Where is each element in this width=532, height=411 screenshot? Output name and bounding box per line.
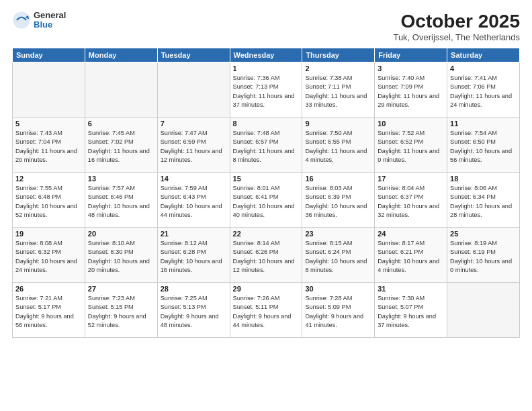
table-row: 8Sunrise: 7:48 AMSunset: 6:57 PMDaylight… [230, 118, 302, 173]
calendar-week-2: 5Sunrise: 7:43 AMSunset: 7:04 PMDaylight… [13, 118, 520, 173]
day-info: Sunrise: 7:43 AMSunset: 7:04 PMDaylight:… [15, 129, 82, 165]
day-number: 7 [161, 120, 227, 128]
day-info: Sunrise: 7:50 AMSunset: 6:55 PMDaylight:… [305, 129, 371, 165]
day-info: Sunrise: 8:12 AMSunset: 6:28 PMDaylight:… [161, 239, 227, 275]
calendar-week-4: 19Sunrise: 8:08 AMSunset: 6:32 PMDayligh… [13, 228, 520, 283]
day-info: Sunrise: 7:54 AMSunset: 6:50 PMDaylight:… [450, 129, 517, 165]
day-info: Sunrise: 8:14 AMSunset: 6:26 PMDaylight:… [233, 239, 300, 275]
table-row: 5Sunrise: 7:43 AMSunset: 7:04 PMDaylight… [13, 118, 85, 173]
col-sunday: Sunday [13, 48, 85, 62]
logo: General Blue [12, 11, 66, 30]
day-number: 13 [88, 175, 154, 183]
day-info: Sunrise: 8:01 AMSunset: 6:41 PMDaylight:… [233, 184, 300, 220]
table-row: 17Sunrise: 8:04 AMSunset: 6:37 PMDayligh… [375, 173, 447, 228]
month-title: October 2025 [393, 11, 520, 32]
day-info: Sunrise: 7:41 AMSunset: 7:06 PMDaylight:… [450, 74, 517, 109]
day-info: Sunrise: 7:21 AMSunset: 5:17 PMDaylight:… [15, 294, 82, 330]
day-number: 5 [15, 120, 82, 128]
day-number: 27 [88, 285, 154, 293]
day-number: 28 [161, 285, 227, 293]
day-number: 18 [450, 175, 517, 183]
day-number: 9 [305, 120, 371, 128]
calendar-header-row: Sunday Monday Tuesday Wednesday Thursday… [13, 48, 520, 62]
table-row: 4Sunrise: 7:41 AMSunset: 7:06 PMDaylight… [447, 62, 520, 118]
table-row: 18Sunrise: 8:06 AMSunset: 6:34 PMDayligh… [447, 173, 520, 228]
calendar-week-1: 1Sunrise: 7:36 AMSunset: 7:13 PMDaylight… [13, 62, 520, 118]
day-number: 22 [233, 230, 300, 238]
day-number: 8 [233, 120, 300, 128]
table-row: 10Sunrise: 7:52 AMSunset: 6:52 PMDayligh… [375, 118, 447, 173]
day-number: 14 [161, 175, 227, 183]
day-number: 19 [15, 230, 82, 238]
day-number: 16 [305, 175, 371, 183]
table-row: 26Sunrise: 7:21 AMSunset: 5:17 PMDayligh… [13, 283, 85, 338]
day-info: Sunrise: 8:03 AMSunset: 6:39 PMDaylight:… [305, 184, 371, 220]
table-row: 19Sunrise: 8:08 AMSunset: 6:32 PMDayligh… [13, 228, 85, 283]
day-info: Sunrise: 7:36 AMSunset: 7:13 PMDaylight:… [233, 74, 300, 109]
col-monday: Monday [85, 48, 157, 62]
table-row: 22Sunrise: 8:14 AMSunset: 6:26 PMDayligh… [230, 228, 302, 283]
day-info: Sunrise: 8:04 AMSunset: 6:37 PMDaylight:… [378, 184, 444, 220]
table-row: 24Sunrise: 8:17 AMSunset: 6:21 PMDayligh… [375, 228, 447, 283]
day-number: 23 [305, 230, 371, 238]
day-info: Sunrise: 7:25 AMSunset: 5:13 PMDaylight:… [161, 294, 227, 330]
calendar-week-5: 26Sunrise: 7:21 AMSunset: 5:17 PMDayligh… [13, 283, 520, 338]
day-number: 3 [378, 64, 444, 73]
day-number: 17 [378, 175, 444, 183]
day-info: Sunrise: 7:28 AMSunset: 5:09 PMDaylight:… [305, 294, 371, 330]
logo-blue-text: Blue [34, 20, 66, 30]
day-info: Sunrise: 7:38 AMSunset: 7:11 PMDaylight:… [305, 74, 371, 109]
day-number: 2 [305, 64, 371, 73]
table-row: 3Sunrise: 7:40 AMSunset: 7:09 PMDaylight… [375, 62, 447, 118]
day-info: Sunrise: 8:10 AMSunset: 6:30 PMDaylight:… [88, 239, 154, 275]
day-info: Sunrise: 7:45 AMSunset: 7:02 PMDaylight:… [88, 129, 154, 165]
day-number: 21 [161, 230, 227, 238]
calendar-table: Sunday Monday Tuesday Wednesday Thursday… [12, 48, 520, 338]
day-info: Sunrise: 8:17 AMSunset: 6:21 PMDaylight:… [378, 239, 444, 275]
table-row: 1Sunrise: 7:36 AMSunset: 7:13 PMDaylight… [230, 62, 302, 118]
page: General Blue October 2025 Tuk, Overijsse… [0, 0, 532, 411]
day-number: 31 [378, 285, 444, 293]
day-info: Sunrise: 7:52 AMSunset: 6:52 PMDaylight:… [378, 129, 444, 165]
day-info: Sunrise: 7:30 AMSunset: 5:07 PMDaylight:… [378, 294, 444, 330]
table-row: 30Sunrise: 7:28 AMSunset: 5:09 PMDayligh… [302, 283, 375, 338]
day-number: 1 [233, 64, 300, 73]
table-row: 23Sunrise: 8:15 AMSunset: 6:24 PMDayligh… [302, 228, 375, 283]
day-number: 12 [15, 175, 82, 183]
logo-icon [12, 11, 31, 30]
table-row: 9Sunrise: 7:50 AMSunset: 6:55 PMDaylight… [302, 118, 375, 173]
day-number: 15 [233, 175, 300, 183]
day-number: 24 [378, 230, 444, 238]
day-number: 6 [88, 120, 154, 128]
day-number: 30 [305, 285, 371, 293]
day-number: 25 [450, 230, 517, 238]
day-info: Sunrise: 7:55 AMSunset: 6:48 PMDaylight:… [15, 184, 82, 220]
day-number: 20 [88, 230, 154, 238]
table-row: 6Sunrise: 7:45 AMSunset: 7:02 PMDaylight… [85, 118, 157, 173]
day-info: Sunrise: 8:19 AMSunset: 6:19 PMDaylight:… [450, 239, 517, 275]
day-number: 11 [450, 120, 517, 128]
day-info: Sunrise: 8:06 AMSunset: 6:34 PMDaylight:… [450, 184, 517, 220]
day-number: 29 [233, 285, 300, 293]
col-friday: Friday [375, 48, 447, 62]
day-number: 26 [15, 285, 82, 293]
header: General Blue October 2025 Tuk, Overijsse… [12, 11, 520, 42]
table-row: 11Sunrise: 7:54 AMSunset: 6:50 PMDayligh… [447, 118, 520, 173]
table-row: 7Sunrise: 7:47 AMSunset: 6:59 PMDaylight… [157, 118, 230, 173]
col-tuesday: Tuesday [157, 48, 230, 62]
day-info: Sunrise: 7:57 AMSunset: 6:46 PMDaylight:… [88, 184, 154, 220]
day-info: Sunrise: 7:23 AMSunset: 5:15 PMDaylight:… [88, 294, 154, 330]
col-saturday: Saturday [447, 48, 520, 62]
table-row: 25Sunrise: 8:19 AMSunset: 6:19 PMDayligh… [447, 228, 520, 283]
table-row [13, 62, 85, 118]
table-row: 20Sunrise: 8:10 AMSunset: 6:30 PMDayligh… [85, 228, 157, 283]
day-info: Sunrise: 7:48 AMSunset: 6:57 PMDaylight:… [233, 129, 300, 165]
col-thursday: Thursday [302, 48, 375, 62]
logo-text: General Blue [34, 11, 66, 30]
table-row: 21Sunrise: 8:12 AMSunset: 6:28 PMDayligh… [157, 228, 230, 283]
calendar-week-3: 12Sunrise: 7:55 AMSunset: 6:48 PMDayligh… [13, 173, 520, 228]
location: Tuk, Overijssel, The Netherlands [393, 32, 520, 42]
table-row: 13Sunrise: 7:57 AMSunset: 6:46 PMDayligh… [85, 173, 157, 228]
table-row: 29Sunrise: 7:26 AMSunset: 5:11 PMDayligh… [230, 283, 302, 338]
day-info: Sunrise: 7:40 AMSunset: 7:09 PMDaylight:… [378, 74, 444, 109]
